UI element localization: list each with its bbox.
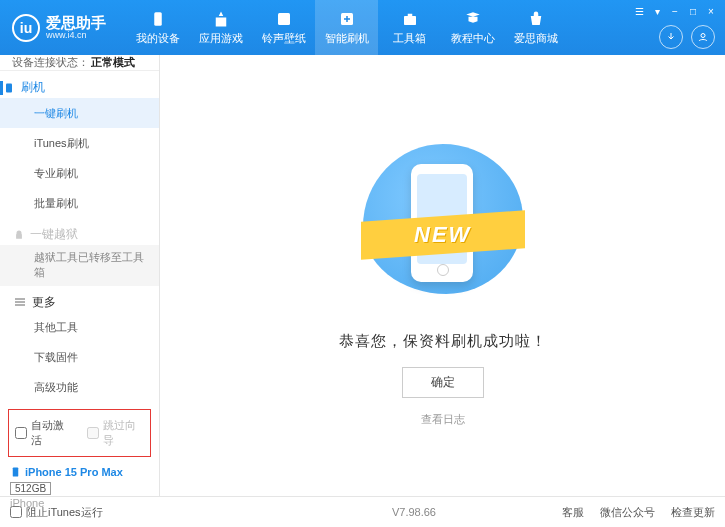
sidebar-item-advanced[interactable]: 高级功能 (0, 373, 159, 403)
sidebar-section-more[interactable]: 更多 (0, 286, 159, 313)
svg-rect-7 (13, 467, 19, 476)
version-label: V7.98.66 (392, 506, 436, 518)
nav-my-device[interactable]: 我的设备 (126, 0, 189, 55)
svg-rect-0 (154, 12, 162, 26)
nav-toolbox[interactable]: 工具箱 (378, 0, 441, 55)
nav-smart-flash[interactable]: 智能刷机 (315, 0, 378, 55)
nav-tutorials[interactable]: 教程中心 (441, 0, 504, 55)
nav-apps-games[interactable]: 应用游戏 (189, 0, 252, 55)
phone-icon (10, 465, 21, 479)
success-message: 恭喜您，保资料刷机成功啦！ (339, 332, 547, 351)
device-capacity: 512GB (10, 482, 51, 495)
jailbreak-note: 越狱工具已转移至工具箱 (0, 245, 159, 286)
nav-store[interactable]: 爱思商城 (504, 0, 567, 55)
sidebar-item-oneclick-flash[interactable]: 一键刷机 (0, 98, 159, 128)
close-icon[interactable]: × (703, 4, 719, 18)
window-controls: ☰ ▾ − □ × (631, 4, 719, 18)
app-name: 爱思助手 (46, 15, 106, 30)
footer-link-update[interactable]: 检查更新 (671, 505, 715, 520)
main-content: NEW 恭喜您，保资料刷机成功啦！ 确定 查看日志 (160, 55, 725, 496)
sidebar-item-other-tools[interactable]: 其他工具 (0, 313, 159, 343)
user-button[interactable] (691, 25, 715, 49)
view-log-link[interactable]: 查看日志 (421, 412, 465, 427)
sidebar-item-download-firmware[interactable]: 下载固件 (0, 343, 159, 373)
minimize-icon[interactable]: − (667, 4, 683, 18)
menu-lines-icon (14, 297, 26, 307)
menu-icon[interactable]: ☰ (631, 4, 647, 18)
sidebar-section-flash[interactable]: 刷机 (0, 71, 159, 98)
success-illustration: NEW (353, 134, 533, 314)
logo-icon: iu (12, 14, 40, 42)
checkbox-block-itunes[interactable]: 阻止iTunes运行 (10, 505, 103, 520)
connection-status: 设备连接状态：正常模式 (0, 55, 159, 71)
sidebar-section-jailbreak: 一键越狱 (0, 218, 159, 245)
logo-area: iu 爱思助手 www.i4.cn (0, 14, 118, 42)
svg-rect-1 (278, 13, 290, 25)
top-nav: 我的设备 应用游戏 铃声壁纸 智能刷机 工具箱 教程中心 爱思商城 (126, 0, 567, 55)
sidebar-item-itunes-flash[interactable]: iTunes刷机 (0, 128, 159, 158)
skin-icon[interactable]: ▾ (649, 4, 665, 18)
svg-rect-6 (6, 83, 12, 92)
nav-ringtones[interactable]: 铃声壁纸 (252, 0, 315, 55)
footer-link-support[interactable]: 客服 (562, 505, 584, 520)
title-bar: iu 爱思助手 www.i4.cn 我的设备 应用游戏 铃声壁纸 智能刷机 工具… (0, 0, 725, 55)
device-name[interactable]: iPhone 15 Pro Max (10, 465, 149, 479)
download-button[interactable] (659, 25, 683, 49)
checkbox-auto-activate[interactable]: 自动激活 (15, 418, 73, 448)
footer-link-wechat[interactable]: 微信公众号 (600, 505, 655, 520)
svg-rect-4 (407, 13, 412, 16)
app-url: www.i4.cn (46, 30, 106, 40)
sidebar: 设备连接状态：正常模式 刷机 一键刷机 iTunes刷机 专业刷机 批量刷机 一… (0, 55, 160, 496)
svg-rect-3 (404, 16, 416, 25)
options-highlight-box: 自动激活 跳过向导 (8, 409, 151, 457)
sidebar-item-batch-flash[interactable]: 批量刷机 (0, 188, 159, 218)
sidebar-item-pro-flash[interactable]: 专业刷机 (0, 158, 159, 188)
lock-icon (14, 230, 24, 240)
maximize-icon[interactable]: □ (685, 4, 701, 18)
svg-point-5 (701, 34, 705, 38)
ok-button[interactable]: 确定 (402, 367, 484, 398)
checkbox-skip-guide[interactable]: 跳过向导 (87, 418, 145, 448)
